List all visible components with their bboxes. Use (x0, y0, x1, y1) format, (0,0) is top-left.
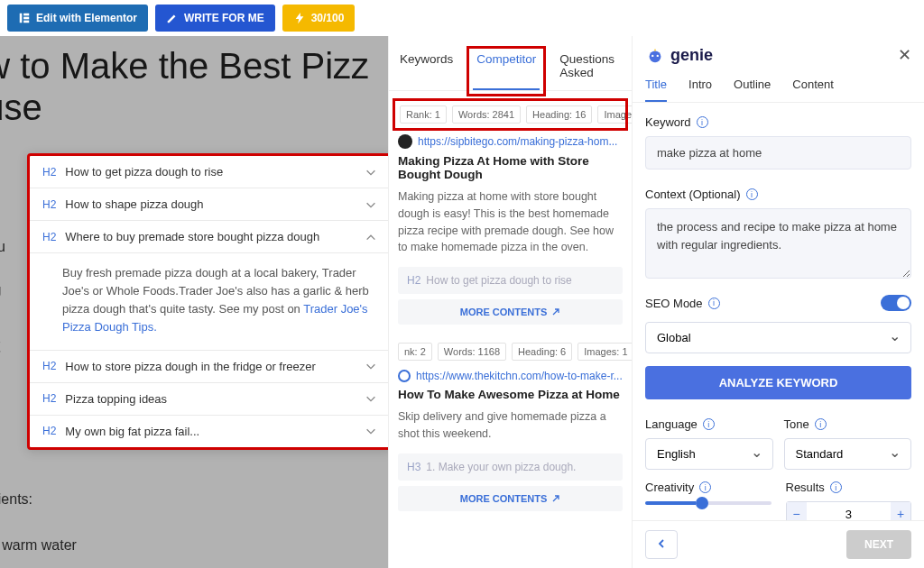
outline-item-expanded[interactable]: H2 Where to buy premade store bought piz… (30, 221, 388, 253)
context-input[interactable]: the process and recipe to make pizza at … (645, 208, 911, 279)
stat-heading: Heading: 16 (526, 105, 592, 124)
outline-item[interactable]: H2 My own big fat pizza fail... (30, 416, 388, 447)
info-icon[interactable]: i (830, 481, 842, 493)
seo-toggle[interactable] (881, 295, 911, 311)
prev-button[interactable] (645, 530, 678, 559)
chevron-down-icon (365, 392, 377, 405)
competitor-column: Keywords Competitor Questions Asked Rank… (388, 36, 632, 568)
stat-images: Images: 1 (578, 343, 632, 361)
heading-tag: H2 (42, 392, 56, 405)
language-select[interactable]: English (645, 438, 773, 470)
tab-content[interactable]: Content (792, 78, 834, 102)
info-icon[interactable]: i (699, 481, 711, 493)
more-contents-button[interactable]: MORE CONTENTS (398, 486, 623, 511)
info-icon[interactable]: i (708, 298, 720, 309)
genie-tabs: Title Intro Outline Content (633, 70, 924, 103)
outline-item[interactable]: H2 How to shape pizza dough (30, 188, 388, 221)
svg-point-4 (650, 50, 661, 62)
credits-label: 30/100 (311, 12, 345, 24)
stat-heading: Heading: 6 (512, 343, 572, 361)
svg-rect-3 (23, 21, 29, 23)
write-label: WRITE FOR ME (184, 12, 264, 24)
outline-label: How to store pizza dough in the fridge o… (65, 360, 365, 373)
competitor-stats: Rank: 1 Words: 2841 Heading: 16 Images: … (398, 104, 623, 125)
outline-item[interactable]: H2 How to get pizza dough to rise (30, 156, 388, 188)
keyword-input[interactable] (645, 136, 911, 169)
elementor-label: Edit with Elementor (36, 12, 137, 24)
svg-point-5 (651, 55, 653, 57)
competitor-desc: Skip delivery and give homemade pizza a … (398, 408, 623, 443)
analyze-button[interactable]: ANALYZE KEYWORD (645, 366, 911, 399)
genie-logo: genie (645, 45, 713, 65)
tab-title[interactable]: Title (645, 78, 667, 102)
competitor-url[interactable]: https://www.thekitchn.com/how-to-make-r.… (398, 370, 623, 382)
h-text: 1. Make your own pizza dough. (426, 461, 576, 473)
more-contents-button[interactable]: MORE CONTENTS (398, 299, 623, 325)
stat-rank: nk: 2 (398, 343, 432, 361)
next-button[interactable]: NEXT (846, 530, 911, 559)
tab-keywords[interactable]: Keywords (400, 52, 453, 90)
outline-label: My own big fat pizza fail... (65, 425, 365, 438)
tab-questions[interactable]: Questions Asked (559, 52, 621, 90)
pencil-icon (166, 12, 179, 24)
favicon-icon (398, 134, 412, 149)
h-tag: H2 (407, 274, 420, 287)
external-icon (551, 307, 560, 316)
stat-images: Images: 19 (597, 105, 632, 124)
chevron-left-icon (656, 538, 667, 549)
region-select[interactable]: Global (645, 322, 911, 353)
info-icon[interactable]: i (697, 116, 708, 128)
stepper-value: 3 (807, 508, 892, 521)
competitor-title: Making Pizza At Home with Store Bought D… (398, 154, 623, 181)
chevron-down-icon (365, 166, 377, 179)
brand-text: genie (670, 46, 713, 65)
competitor-desc: Making pizza at home with store bought d… (398, 188, 623, 256)
outline-item[interactable]: H2 How to store pizza dough in the fridg… (30, 351, 388, 383)
tab-intro[interactable]: Intro (688, 78, 712, 102)
competitor-url[interactable]: https://sipbitego.com/making-pizza-hom..… (398, 134, 623, 149)
favicon-icon (398, 370, 411, 382)
chevron-down-icon (365, 425, 377, 437)
competitor-heading-preview: H2How to get pizza dough to rise (398, 267, 623, 294)
outline-label: Where to buy premade store bought pizza … (65, 230, 365, 243)
credits-button[interactable]: 30/100 (282, 5, 356, 32)
competitor-card-2: nk: 2 Words: 1168 Heading: 6 Images: 1 h… (398, 343, 623, 511)
svg-point-6 (657, 55, 659, 57)
write-for-me-button[interactable]: WRITE FOR ME (155, 5, 275, 32)
creativity-slider[interactable] (645, 501, 772, 505)
analysis-tabs: Keywords Competitor Questions Asked (389, 45, 632, 91)
heading-tag: H2 (42, 231, 56, 243)
tab-outline[interactable]: Outline (734, 78, 771, 102)
info-icon[interactable]: i (703, 418, 715, 430)
stat-rank: Rank: 1 (400, 105, 447, 124)
tab-competitor[interactable]: Competitor (473, 52, 540, 90)
edit-elementor-button[interactable]: Edit with Elementor (7, 5, 148, 32)
url-text: https://sipbitego.com/making-pizza-hom..… (418, 135, 617, 148)
h-tag: H3 (407, 461, 420, 473)
competitor-stats: nk: 2 Words: 1168 Heading: 6 Images: 1 (398, 343, 623, 361)
bolt-icon (293, 12, 306, 24)
heading-tag: H2 (42, 198, 56, 211)
chevron-down-icon (365, 360, 377, 372)
genie-icon (645, 45, 665, 65)
competitor-card-1: Rank: 1 Words: 2841 Heading: 16 Images: … (398, 104, 623, 325)
svg-rect-1 (23, 14, 29, 16)
external-icon (551, 494, 560, 503)
url-text: https://www.thekitchn.com/how-to-make-r.… (416, 370, 623, 382)
svg-rect-0 (20, 14, 23, 23)
competitor-heading-preview: H31. Make your own pizza dough. (398, 453, 623, 481)
competitor-title: How To Make Awesome Pizza at Home (398, 388, 623, 401)
genie-header: genie ✕ (633, 36, 924, 70)
outline-item[interactable]: H2 Pizza topping ideas (30, 383, 388, 416)
keyword-label: Keywordi (645, 115, 911, 129)
editor-column: ow to Make the Best Pizz ouse u'r e n ju… (0, 36, 388, 568)
outline-label: How to shape pizza dough (65, 197, 365, 211)
info-icon[interactable]: i (746, 188, 758, 200)
info-icon[interactable]: i (815, 418, 827, 430)
results-label: Resultsi (786, 481, 912, 494)
heading-tag: H2 (42, 166, 56, 179)
chevron-down-icon (365, 198, 377, 211)
close-button[interactable]: ✕ (898, 45, 911, 65)
tone-select[interactable]: Standard (784, 438, 912, 470)
h-text: How to get pizza dough to rise (426, 274, 571, 287)
